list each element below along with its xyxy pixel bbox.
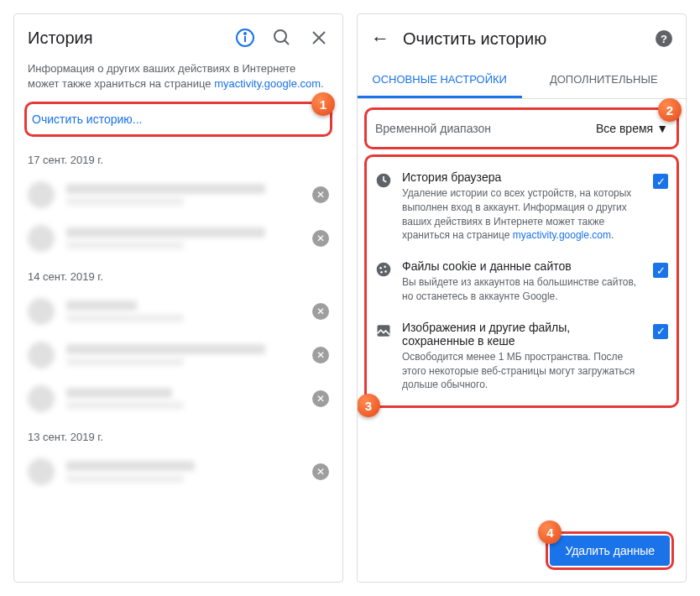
delete-item-icon[interactable]: ✕ — [312, 303, 329, 320]
svg-point-2 — [244, 33, 246, 34]
annotation-badge-3: 3 — [357, 394, 380, 417]
option-title: Файлы cookie и данные сайтов — [402, 259, 643, 273]
annotation-badge-2: 2 — [658, 98, 682, 122]
time-range-dropdown[interactable]: Все время ▼ — [596, 122, 668, 135]
myactivity-link[interactable]: myactivity.google.com — [513, 229, 611, 241]
history-item[interactable]: ✕ — [14, 377, 342, 421]
option-desc: Удаление истории со всех устройств, на к… — [402, 186, 643, 243]
option-title: История браузера — [402, 170, 643, 184]
option-browser-history[interactable]: История браузера Удаление истории со все… — [370, 162, 673, 251]
delete-data-button[interactable]: Удалить данные — [550, 536, 670, 566]
chevron-down-icon: ▼ — [656, 122, 668, 135]
tab-basic[interactable]: ОСНОВНЫЕ НАСТРОЙКИ — [358, 63, 522, 98]
annotation-badge-1: 1 — [311, 92, 335, 116]
svg-line-4 — [285, 40, 289, 44]
svg-point-3 — [274, 30, 286, 42]
delete-button-highlight: Удалить данные 4 — [546, 531, 674, 570]
tabs: ОСНОВНЫЕ НАСТРОЙКИ ДОПОЛНИТЕЛЬНЫЕ — [358, 63, 686, 99]
delete-item-icon[interactable]: ✕ — [312, 186, 329, 203]
history-item[interactable]: ✕ — [14, 333, 342, 377]
history-screen: История Информация о других ваших действ… — [13, 13, 343, 583]
history-item[interactable]: ✕ — [14, 450, 342, 494]
header: История — [14, 14, 342, 61]
option-cookies[interactable]: Файлы cookie и данные сайтов Вы выйдете … — [370, 251, 673, 312]
date-header: 13 сент. 2019 г. — [14, 421, 342, 450]
myactivity-link[interactable]: myactivity.google.com — [214, 77, 321, 90]
history-item[interactable]: ✕ — [14, 173, 342, 217]
image-icon — [375, 322, 392, 339]
search-icon[interactable] — [272, 28, 292, 48]
delete-item-icon[interactable]: ✕ — [312, 390, 329, 407]
svg-point-11 — [384, 270, 387, 273]
option-title: Изображения и другие файлы, сохраненные … — [402, 321, 643, 348]
back-icon[interactable]: ← — [371, 28, 389, 50]
checkbox[interactable]: ✓ — [653, 324, 668, 339]
svg-point-12 — [380, 271, 383, 274]
info-icon[interactable] — [235, 28, 255, 48]
page-title: Очистить историю — [403, 29, 642, 49]
close-icon[interactable] — [309, 28, 329, 48]
time-range-highlight: Временной диапазон Все время ▼ 2 — [364, 107, 679, 149]
page-title: История — [28, 29, 222, 48]
delete-item-icon[interactable]: ✕ — [312, 230, 329, 247]
help-icon[interactable]: ? — [656, 30, 672, 47]
option-desc: Освободится менее 1 МБ пространства. Пос… — [402, 350, 643, 392]
option-cached-images[interactable]: Изображения и другие файлы, сохраненные … — [370, 312, 673, 400]
svg-point-8 — [377, 263, 391, 277]
clear-history-screen: ← Очистить историю ? ОСНОВНЫЕ НАСТРОЙКИ … — [357, 13, 687, 583]
clock-icon — [375, 172, 392, 189]
svg-point-9 — [379, 267, 382, 269]
info-text: Информация о других ваших действиях в Ин… — [14, 61, 342, 98]
date-header: 17 сент. 2019 г. — [14, 144, 342, 173]
history-item[interactable]: ✕ — [14, 217, 342, 260]
checkbox[interactable]: ✓ — [653, 263, 668, 278]
checkbox[interactable]: ✓ — [653, 174, 668, 189]
tab-advanced[interactable]: ДОПОЛНИТЕЛЬНЫЕ — [522, 63, 687, 98]
option-desc: Вы выйдете из аккаунтов на большинстве с… — [402, 275, 643, 304]
svg-point-10 — [384, 266, 386, 269]
cookie-icon — [375, 261, 392, 278]
options-highlight: История браузера Удаление истории со все… — [364, 154, 679, 408]
delete-item-icon[interactable]: ✕ — [312, 347, 329, 363]
header: ← Очистить историю ? — [358, 14, 686, 63]
delete-item-icon[interactable]: ✕ — [312, 463, 329, 480]
clear-history-button[interactable]: Очистить историю... — [32, 112, 325, 126]
history-item[interactable]: ✕ — [14, 290, 342, 333]
clear-history-highlight: Очистить историю... 1 — [24, 102, 332, 137]
time-range-label: Временной диапазон — [375, 122, 596, 135]
date-header: 14 сент. 2019 г. — [14, 260, 342, 290]
